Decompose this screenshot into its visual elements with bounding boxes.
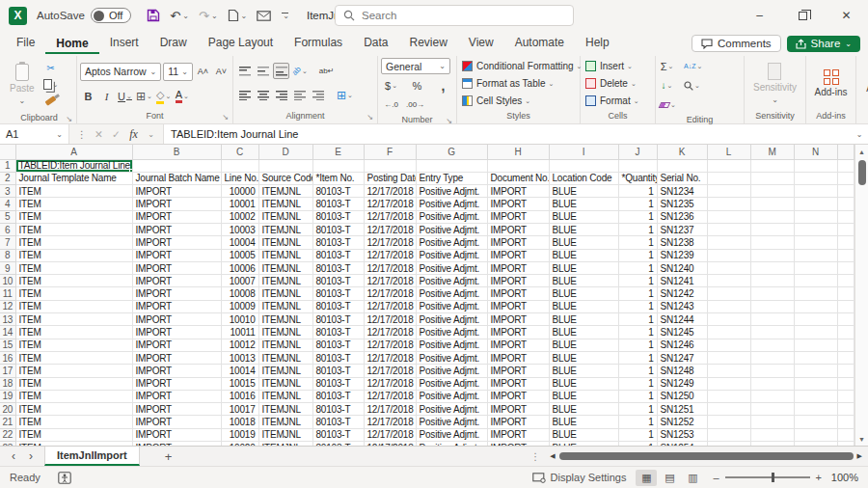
zoom-out-button[interactable]: – [713, 472, 719, 483]
cell-E10[interactable]: 80103-T [312, 275, 364, 287]
scroll-down-arrow[interactable]: ▼ [855, 432, 868, 446]
cell-E7[interactable]: 80103-T [312, 236, 364, 249]
cell-L18[interactable] [707, 377, 750, 390]
cell-C1[interactable] [221, 159, 258, 172]
tab-formulas[interactable]: Formulas [284, 33, 353, 54]
cell-A20[interactable]: ITEM [15, 403, 132, 416]
cell-G1[interactable] [416, 159, 487, 172]
cell-N3[interactable] [794, 185, 837, 198]
cell-B22[interactable]: IMPORT [132, 428, 221, 441]
cell-L1[interactable] [707, 159, 750, 172]
cell-H4[interactable]: IMPORT [487, 198, 549, 210]
cell-G8[interactable]: Positive Adjmt. [416, 249, 487, 261]
row-header-18[interactable]: 18 [0, 377, 15, 390]
column-header-overflow[interactable] [837, 145, 854, 159]
cell-B15[interactable]: IMPORT [132, 339, 221, 351]
select-all-button[interactable] [0, 145, 15, 159]
vertical-scroll-thumb[interactable] [858, 160, 866, 185]
align-right-button[interactable] [273, 88, 289, 104]
cell-M21[interactable] [750, 416, 794, 428]
cell-H11[interactable]: IMPORT [487, 287, 549, 300]
cell-C23[interactable]: 10020 [221, 442, 258, 446]
cell-D18[interactable]: ITEMJNL [258, 377, 312, 390]
cell-C21[interactable]: 10018 [221, 416, 258, 428]
cell-J11[interactable]: 1 [618, 287, 657, 300]
cell-F7[interactable]: 12/17/2018 [364, 236, 416, 249]
cell-J1[interactable] [618, 159, 657, 172]
cell-I15[interactable]: BLUE [549, 339, 618, 351]
cell-H15[interactable]: IMPORT [487, 339, 549, 351]
addins-button[interactable]: Add-ins [810, 58, 853, 109]
accessibility-icon[interactable] [58, 472, 71, 484]
cell-N11[interactable] [794, 287, 837, 300]
cell-F1[interactable] [364, 159, 416, 172]
autosave-toggle[interactable]: Off [91, 8, 131, 23]
font-size-select[interactable]: 11⌄ [163, 63, 193, 81]
cell-F16[interactable]: 12/17/2018 [364, 351, 416, 364]
clipboard-dialog-launcher[interactable]: ↘ [66, 113, 72, 126]
cell-B16[interactable]: IMPORT [132, 351, 221, 364]
cell-H6[interactable]: IMPORT [487, 223, 549, 235]
fill-handle[interactable] [129, 169, 133, 173]
cell-A13[interactable]: ITEM [15, 313, 132, 326]
cell-N21[interactable] [794, 416, 837, 428]
cell-H18[interactable]: IMPORT [487, 377, 549, 390]
cell-B9[interactable]: IMPORT [132, 261, 221, 274]
format-painter-button[interactable] [42, 93, 60, 109]
cell-B13[interactable]: IMPORT [132, 313, 221, 326]
align-left-button[interactable] [236, 88, 253, 104]
cell-J19[interactable]: 1 [618, 390, 657, 402]
cell-G2[interactable]: Entry Type [416, 172, 487, 184]
cell-C4[interactable]: 10001 [221, 198, 258, 210]
borders-button[interactable]: ⊞⌄ [135, 88, 153, 104]
column-header-F[interactable]: F [364, 145, 416, 159]
cell-K20[interactable]: SN1251 [657, 403, 707, 416]
tab-data[interactable]: Data [353, 33, 398, 54]
sheet-tab-itemjnlimport[interactable]: ItemJnlImport [44, 447, 140, 466]
cell-C22[interactable]: 10019 [221, 428, 258, 441]
cell-G6[interactable]: Positive Adjmt. [416, 223, 487, 235]
cell-M13[interactable] [750, 313, 794, 326]
row-header-20[interactable]: 20 [0, 403, 15, 416]
cell-H2[interactable]: Document No. [487, 172, 549, 184]
cell-E12[interactable]: 80103-T [312, 300, 364, 312]
cell-N16[interactable] [794, 351, 837, 364]
page-layout-view-button[interactable]: ▤ [659, 470, 680, 486]
name-box[interactable]: A1⌄ [0, 124, 69, 144]
cell-L9[interactable] [707, 261, 750, 274]
cell-E9[interactable]: 80103-T [312, 261, 364, 274]
cell-B11[interactable]: IMPORT [132, 287, 221, 300]
cell-G14[interactable]: Positive Adjmt. [416, 326, 487, 339]
cell-C15[interactable]: 10012 [221, 339, 258, 351]
cell-D2[interactable]: Source Code [258, 172, 312, 184]
document-history-button[interactable]: ⌄ [224, 6, 252, 25]
cell-F14[interactable]: 12/17/2018 [364, 326, 416, 339]
cell-H1[interactable] [487, 159, 549, 172]
cell-A16[interactable]: ITEM [15, 351, 132, 364]
cell-F20[interactable]: 12/17/2018 [364, 403, 416, 416]
cell-A23[interactable]: ITEM [15, 442, 132, 446]
insert-function-button[interactable]: fx [125, 127, 142, 142]
tab-insert[interactable]: Insert [99, 33, 149, 54]
cell-H17[interactable]: IMPORT [487, 365, 549, 377]
decrease-decimal-button[interactable]: .00→ [405, 96, 425, 113]
cell-L4[interactable] [707, 198, 750, 210]
close-button[interactable]: ✕ [825, 0, 868, 31]
autosum-button[interactable]: Σ⌄ [659, 58, 675, 74]
cell-I17[interactable]: BLUE [549, 365, 618, 377]
cell-J23[interactable]: 1 [618, 442, 657, 446]
cell-L10[interactable] [707, 275, 750, 287]
find-select-button[interactable]: ⌄ [683, 77, 701, 94]
cell-D3[interactable]: ITEMJNL [258, 185, 312, 198]
cell-N22[interactable] [794, 428, 837, 441]
cell-N12[interactable] [794, 300, 837, 312]
cell-L2[interactable] [707, 172, 750, 184]
italic-button[interactable]: I [98, 88, 115, 104]
bold-button[interactable]: B [80, 88, 96, 104]
cell-I13[interactable]: BLUE [549, 313, 618, 326]
cell-K4[interactable]: SN1235 [657, 198, 707, 210]
cell-E22[interactable]: 80103-T [312, 428, 364, 441]
cell-C8[interactable]: 10005 [221, 249, 258, 261]
cell-H10[interactable]: IMPORT [487, 275, 549, 287]
cell-B21[interactable]: IMPORT [132, 416, 221, 428]
